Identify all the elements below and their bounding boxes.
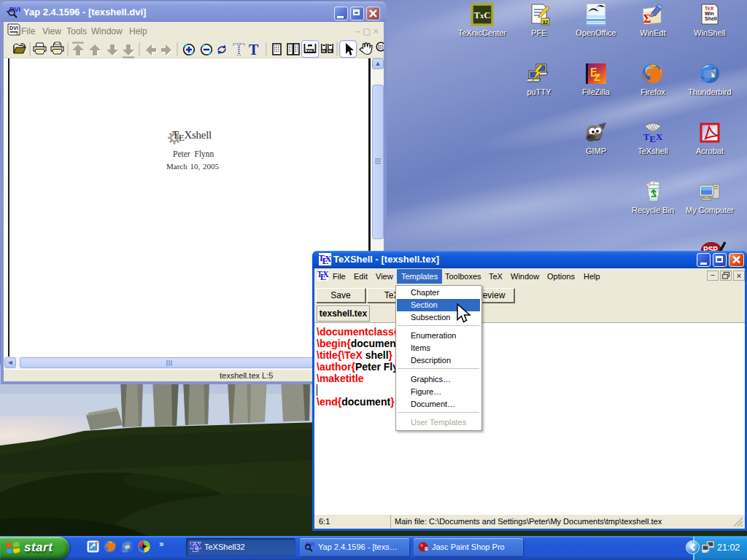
svg-text:X: X [195,541,201,551]
svg-text:Shell: Shell [705,16,717,21]
svg-text:X: X [325,253,332,264]
svg-text:32: 32 [543,20,549,25]
svg-text:Σ: Σ [643,12,651,25]
svg-text:DVI: DVI [9,26,18,31]
svg-text:Z: Z [594,71,600,83]
svg-text:X: X [322,270,329,279]
svg-text:TxC: TxC [473,9,490,20]
svg-text:TEX: TEX [643,131,663,144]
svg-text:T: T [249,42,259,58]
svg-text:Win: Win [705,11,714,16]
svg-text:TeX: TeX [705,6,714,11]
svg-text:8: 8 [425,545,428,552]
